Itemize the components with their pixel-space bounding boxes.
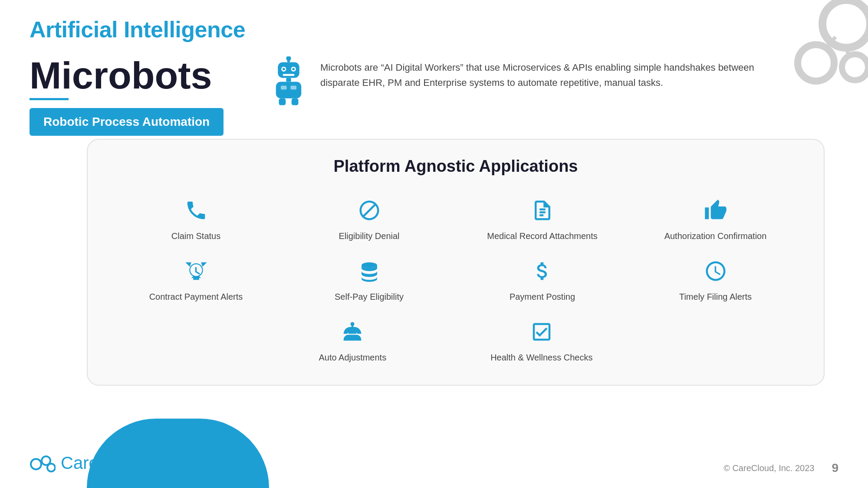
- app-self-pay: Self-Pay Eligibility: [287, 257, 451, 302]
- robot-icon: [269, 56, 308, 95]
- app-contract-payment: Contract Payment Alerts: [114, 257, 278, 302]
- alarm-icon: [184, 257, 208, 285]
- apps-grid-row2: Contract Payment Alerts Self-Pay Eligibi…: [114, 257, 798, 302]
- carecloud-logo-text: CareCloud: [61, 453, 148, 473]
- payment-posting-label: Payment Posting: [510, 291, 575, 302]
- app-health-wellness: Health & Wellness Checks: [490, 318, 592, 363]
- timely-filing-label: Timely Filing Alerts: [679, 291, 752, 302]
- svg-rect-15: [281, 86, 287, 90]
- contract-payment-label: Contract Payment Alerts: [149, 291, 243, 302]
- self-pay-label: Self-Pay Eligibility: [335, 291, 404, 302]
- app-auth-confirmation: Authorization Confirmation: [633, 197, 798, 242]
- checkbox-icon: [530, 318, 553, 346]
- svg-point-22: [47, 464, 55, 472]
- apps-grid-row1: Claim Status Eligibility Denial Medical …: [114, 197, 798, 242]
- svg-line-4: [846, 48, 848, 55]
- thumbsup-icon: [704, 197, 727, 224]
- rpa-badge: Robotic Process Automation: [30, 108, 224, 136]
- svg-point-20: [31, 459, 41, 469]
- apps-grid-row3: Auto Adjustments Health & Wellness Check…: [114, 318, 798, 363]
- robot-small-icon: [341, 318, 364, 346]
- title-underline: [30, 98, 69, 100]
- page-number: 9: [832, 461, 838, 475]
- svg-point-6: [286, 56, 291, 61]
- svg-point-11: [292, 68, 295, 70]
- app-medical-record: Medical Record Attachments: [460, 197, 625, 242]
- svg-point-0: [822, 0, 868, 48]
- svg-rect-12: [283, 74, 295, 76]
- svg-point-19: [362, 262, 377, 269]
- svg-rect-18: [292, 98, 299, 105]
- header: Artificial Intelligence: [30, 16, 245, 43]
- app-eligibility-denial: Eligibility Denial: [287, 197, 451, 242]
- svg-rect-16: [291, 86, 297, 90]
- app-payment-posting: Payment Posting: [460, 257, 625, 302]
- footer: CareCloud © CareCloud, Inc. 2023 9: [0, 451, 868, 488]
- svg-line-23: [40, 462, 42, 463]
- svg-line-24: [49, 463, 50, 464]
- document-icon: [531, 197, 554, 224]
- clock-icon: [704, 257, 727, 285]
- block-icon: [358, 197, 381, 224]
- svg-rect-17: [279, 98, 286, 105]
- phone-icon: [184, 197, 208, 224]
- claim-status-label: Claim Status: [171, 230, 220, 242]
- svg-point-2: [842, 54, 868, 80]
- medical-record-label: Medical Record Attachments: [487, 230, 598, 242]
- svg-rect-13: [286, 78, 291, 82]
- svg-rect-14: [276, 82, 302, 98]
- svg-point-10: [283, 68, 285, 70]
- description-block: Microbots are “AI Digital Workers” that …: [269, 56, 781, 95]
- copyright-text: © CareCloud, Inc. 2023: [723, 463, 814, 473]
- platform-title: Platform Agnostic Applications: [114, 157, 798, 176]
- description-text: Microbots are “AI Digital Workers” that …: [320, 56, 781, 90]
- carecloud-logo: CareCloud: [30, 451, 148, 475]
- app-auto-adjustments: Auto Adjustments: [319, 318, 387, 363]
- dollar-icon: [531, 257, 554, 285]
- app-claim-status: Claim Status: [114, 197, 278, 242]
- platform-box: Platform Agnostic Applications Claim Sta…: [87, 139, 825, 386]
- app-timely-filing: Timely Filing Alerts: [633, 257, 798, 302]
- eligibility-denial-label: Eligibility Denial: [339, 230, 399, 242]
- coins-icon: [358, 257, 381, 285]
- health-wellness-label: Health & Wellness Checks: [490, 352, 592, 363]
- auth-confirmation-label: Authorization Confirmation: [664, 230, 767, 242]
- carecloud-logo-icon: [30, 451, 56, 475]
- page-title: Artificial Intelligence: [30, 16, 245, 43]
- auto-adjustments-label: Auto Adjustments: [319, 352, 387, 363]
